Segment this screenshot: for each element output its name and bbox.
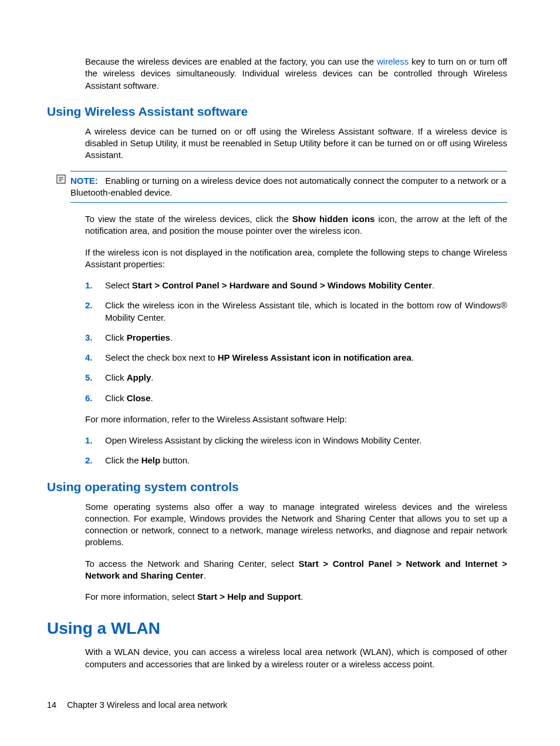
heading-wireless-assistant: Using Wireless Assistant software [47,105,507,119]
bold-text: HP Wireless Assistant icon in notificati… [218,352,411,362]
text-span: . [301,592,303,601]
text-span: . [170,332,173,342]
step-number: 6. [85,392,93,404]
text-span: Select [105,280,132,290]
note-icon [56,174,66,186]
note-text: Enabling or turning on a wireless device… [70,176,506,197]
step-number: 3. [85,332,93,344]
text-span: . [151,372,153,382]
text-span: Open Wireless Assistant by clicking the … [105,435,421,445]
list-item: 2.Click the wireless icon in the Wireles… [85,300,507,324]
heading-using-wlan: Using a WLAN [47,619,507,638]
note-box: NOTE: Enabling or turning on a wireless … [70,171,507,203]
step-number: 5. [85,372,93,384]
step-number: 1. [85,280,93,291]
wireless-link[interactable]: wireless [377,56,409,66]
body-paragraph: To access the Network and Sharing Center… [85,558,507,582]
document-page: Because the wireless devices are enabled… [0,0,560,746]
text-span: Click the wireless icon in the Wireless … [105,300,507,322]
text-span: . [411,352,414,362]
bold-text: Start > Help and Support [197,592,301,601]
text-span: For more information, select [85,592,197,601]
step-number: 2. [85,300,93,311]
text-span: . [432,280,434,290]
text-span: To access the Network and Sharing Center… [85,559,299,569]
text-span: . [204,570,206,580]
step-number: 2. [85,455,93,466]
list-item: 6.Click Close. [85,392,507,404]
text-span: button. [160,455,190,465]
note-label: NOTE: [70,176,98,186]
bold-text: Show hidden icons [292,214,375,224]
page-footer: 14Chapter 3 Wireless and local area netw… [47,700,227,710]
bold-text: Close [127,393,151,403]
text-span: Click the [105,455,141,465]
bold-text: Apply [127,372,151,382]
step-number: 4. [85,352,93,364]
numbered-list: 1.Select Start > Control Panel > Hardwar… [85,280,507,404]
text-span: Click [105,372,127,382]
body-paragraph: With a WLAN device, you can access a wir… [85,646,507,670]
body-paragraph: Some operating systems also offer a way … [85,501,507,549]
text-span: Click [105,332,127,342]
body-paragraph: To view the state of the wireless device… [85,213,507,237]
note-content: NOTE: Enabling or turning on a wireless … [70,176,506,197]
body-paragraph: A wireless device can be turned on or of… [85,126,507,162]
heading-os-controls: Using operating system controls [47,480,507,494]
text-span: Because the wireless devices are enabled… [85,56,377,66]
chapter-label: Chapter 3 Wireless and local area networ… [67,700,227,710]
numbered-list: 1.Open Wireless Assistant by clicking th… [85,435,507,467]
bold-text: Help [141,455,161,465]
list-item: 4.Select the check box next to HP Wirele… [85,352,507,364]
page-number: 14 [47,700,56,710]
intro-paragraph: Because the wireless devices are enabled… [85,56,507,92]
body-paragraph: For more information, refer to the Wirel… [85,414,507,425]
bold-text: Properties [127,332,170,342]
list-item: 2.Click the Help button. [85,455,507,466]
body-paragraph: For more information, select Start > Hel… [85,591,507,603]
body-paragraph: If the wireless icon is not displayed in… [85,247,507,271]
text-span: Select the check box next to [105,352,218,362]
list-item: 1.Open Wireless Assistant by clicking th… [85,435,507,446]
text-span: . [151,393,153,403]
step-number: 1. [85,435,93,446]
bold-text: Start > Control Panel > Hardware and Sou… [132,280,432,290]
list-item: 3.Click Properties. [85,332,507,344]
text-span: To view the state of the wireless device… [85,214,292,224]
list-item: 1.Select Start > Control Panel > Hardwar… [85,280,507,291]
text-span: Click [105,393,127,403]
list-item: 5.Click Apply. [85,372,507,384]
